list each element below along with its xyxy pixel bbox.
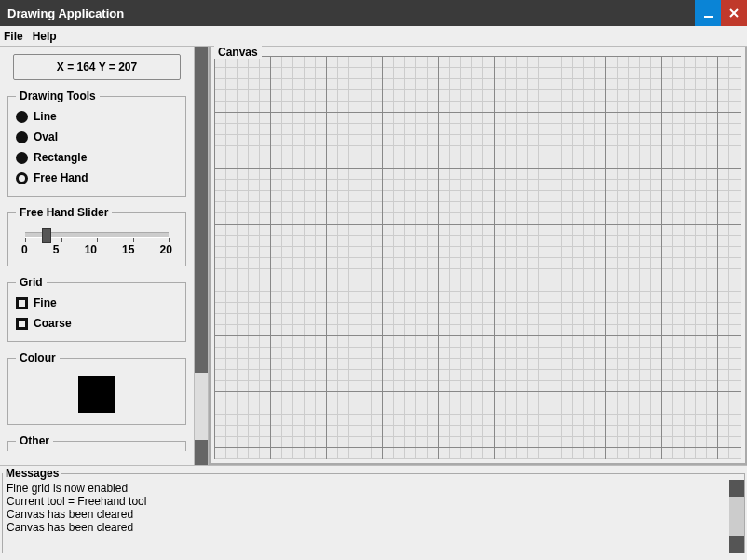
drawing-tools-group: Drawing Tools Line Oval Rectangle Free H… xyxy=(7,89,186,197)
freehand-slider-group: Free Hand Slider 0 5 10 15 20 xyxy=(7,206,186,266)
colour-title: Colour xyxy=(16,351,60,364)
slider-tick-0: 0 xyxy=(21,243,28,256)
slider-ticks xyxy=(25,238,169,243)
canvas-title: Canvas xyxy=(214,46,262,59)
tool-freehand-label: Free Hand xyxy=(34,171,88,184)
messages-scrollbar[interactable] xyxy=(729,480,744,553)
radio-icon xyxy=(16,152,28,164)
canvas-zone: Canvas xyxy=(194,47,747,465)
drawing-tools-title: Drawing Tools xyxy=(16,89,100,102)
tool-oval-label: Oval xyxy=(34,130,58,143)
messages-title: Messages xyxy=(3,467,61,480)
menu-bar: File Help xyxy=(0,26,747,47)
coordinate-display: X = 164 Y = 207 xyxy=(13,54,181,80)
scrollbar-thumb[interactable] xyxy=(729,480,744,497)
grid-fine-label: Fine xyxy=(34,296,57,309)
scrollbar-thumb-end[interactable] xyxy=(729,536,744,553)
svg-rect-0 xyxy=(704,16,713,18)
message-line: Current tool = Freehand tool xyxy=(7,495,726,508)
slider-tick-20: 20 xyxy=(160,243,172,256)
scrollbar-thumb[interactable] xyxy=(195,47,208,373)
slider-tick-15: 15 xyxy=(122,243,134,256)
messages-text: Fine grid is now enabled Current tool = … xyxy=(3,480,729,553)
message-line: Fine grid is now enabled xyxy=(7,482,726,495)
tool-rectangle-label: Rectangle xyxy=(34,151,87,164)
minimize-icon xyxy=(703,8,713,19)
close-button[interactable] xyxy=(721,0,747,26)
radio-icon xyxy=(16,111,28,123)
grid-title: Grid xyxy=(16,276,47,289)
minimize-button[interactable] xyxy=(695,0,721,26)
other-group: Other xyxy=(7,434,186,451)
slider-labels: 0 5 10 15 20 xyxy=(21,243,172,256)
slider-tick-5: 5 xyxy=(53,243,60,256)
tool-freehand[interactable]: Free Hand xyxy=(16,168,178,188)
tool-rectangle[interactable]: Rectangle xyxy=(16,147,178,168)
checkbox-icon xyxy=(16,297,28,309)
canvas[interactable] xyxy=(214,56,741,459)
tool-line-label: Line xyxy=(34,110,57,123)
other-title: Other xyxy=(16,434,53,447)
tool-line[interactable]: Line xyxy=(16,106,178,127)
sidebar-scrollbar[interactable] xyxy=(194,47,209,465)
title-bar: Drawing Application xyxy=(0,0,747,26)
menu-file[interactable]: File xyxy=(4,30,23,43)
freehand-slider-title: Free Hand Slider xyxy=(16,206,112,219)
checkbox-icon xyxy=(16,318,28,330)
grid-coarse-label: Coarse xyxy=(34,317,72,330)
grid-fine[interactable]: Fine xyxy=(16,293,178,313)
grid-group: Grid Fine Coarse xyxy=(7,276,186,342)
main-area: X = 164 Y = 207 Drawing Tools Line Oval … xyxy=(0,47,747,466)
window-title: Drawing Application xyxy=(7,7,695,20)
message-line: Canvas has been cleared xyxy=(7,521,726,534)
menu-help[interactable]: Help xyxy=(33,30,57,43)
close-icon xyxy=(728,7,740,19)
slider-tick-10: 10 xyxy=(85,243,97,256)
tool-oval[interactable]: Oval xyxy=(16,127,178,147)
canvas-frame: Canvas xyxy=(209,47,747,465)
radio-icon xyxy=(16,131,28,143)
scrollbar-thumb-end[interactable] xyxy=(195,440,208,465)
messages-panel: Messages Fine grid is now enabled Curren… xyxy=(2,467,745,553)
sidebar: X = 164 Y = 207 Drawing Tools Line Oval … xyxy=(0,47,194,465)
colour-group: Colour xyxy=(7,351,186,425)
message-line: Canvas has been cleared xyxy=(7,508,726,521)
grid-coarse[interactable]: Coarse xyxy=(16,313,178,334)
colour-swatch[interactable] xyxy=(78,376,115,413)
radio-selected-icon xyxy=(16,172,28,184)
